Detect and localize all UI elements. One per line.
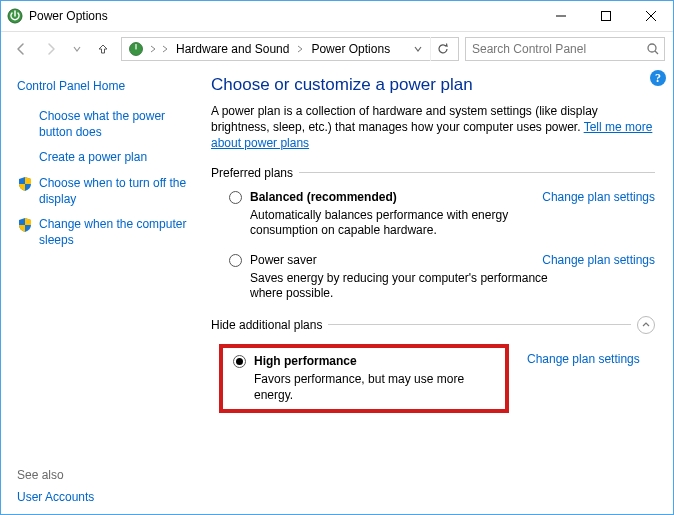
address-bar[interactable]: Hardware and Sound Power Options [121,37,459,61]
radio-power-saver[interactable] [229,254,242,267]
user-accounts-link[interactable]: User Accounts [17,490,199,504]
minimize-button[interactable] [538,1,583,31]
svg-rect-1 [601,12,610,21]
change-settings-link-high[interactable]: Change plan settings [527,352,640,366]
divider [328,324,631,325]
blank-icon [17,109,33,125]
collapse-icon[interactable] [637,316,655,334]
breadcrumb: Hardware and Sound Power Options [126,41,406,57]
sidebar-link-turn-off-display[interactable]: Choose when to turn off the display [17,176,199,207]
search-placeholder: Search Control Panel [472,42,646,56]
sidebar-link-create-plan[interactable]: Create a power plan [17,150,199,166]
sidebar-link-computer-sleeps[interactable]: Change when the computer sleeps [17,217,199,248]
page-title: Choose or customize a power plan [211,75,655,95]
navigation-bar: Hardware and Sound Power Options Search … [1,31,673,65]
preferred-plans-section: Preferred plans Balanced (recommended) C… [211,166,655,302]
svg-point-3 [648,44,656,52]
refresh-button[interactable] [430,37,454,61]
help-icon[interactable]: ? [649,69,667,87]
breadcrumb-root-icon[interactable] [126,41,146,57]
svg-text:?: ? [655,71,661,85]
plan-label[interactable]: Balanced (recommended) [250,190,397,204]
plan-description: Automatically balances performance with … [250,208,655,239]
radio-high-performance[interactable] [233,355,246,368]
titlebar: Power Options [1,1,673,31]
plan-description: Saves energy by reducing your computer's… [250,271,655,302]
close-button[interactable] [628,1,673,31]
change-settings-link-balanced[interactable]: Change plan settings [542,190,655,204]
window-controls [538,1,673,31]
search-input[interactable]: Search Control Panel [465,37,665,61]
window-title: Power Options [29,9,538,23]
breadcrumb-hardware[interactable]: Hardware and Sound [172,42,293,56]
control-panel-home-link[interactable]: Control Panel Home [17,79,199,93]
preferred-plans-header: Preferred plans [211,166,655,180]
address-dropdown-icon[interactable] [410,45,426,53]
up-button[interactable] [91,37,115,61]
main-panel: ? Choose or customize a power plan A pow… [211,65,673,514]
intro-text: A power plan is a collection of hardware… [211,103,655,152]
change-settings-link-saver[interactable]: Change plan settings [542,253,655,267]
sidebar: Control Panel Home Choose what the power… [1,65,211,514]
divider [299,172,655,173]
breadcrumb-power-options[interactable]: Power Options [307,42,394,56]
additional-plans-section: Hide additional plans High performance [211,316,655,413]
plan-description: Favors performance, but may use more ene… [254,372,499,403]
search-icon [646,42,660,56]
forward-button[interactable] [39,37,63,61]
see-also-label: See also [17,468,199,482]
shield-icon [17,217,33,233]
plan-label[interactable]: High performance [254,354,499,368]
app-icon [7,8,23,24]
breadcrumb-separator-icon [148,45,158,53]
breadcrumb-separator-icon [160,45,170,53]
sidebar-footer: See also User Accounts [17,468,199,504]
history-dropdown[interactable] [69,37,85,61]
plan-high-performance-row: High performance Favors performance, but… [211,344,655,413]
shield-icon [17,176,33,192]
blank-icon [17,150,33,166]
power-options-window: Power Options [0,0,674,515]
plan-balanced: Balanced (recommended) Change plan setti… [211,190,655,239]
highlighted-plan: High performance Favors performance, but… [219,344,509,413]
back-button[interactable] [9,37,33,61]
radio-balanced[interactable] [229,191,242,204]
content-area: Control Panel Home Choose what the power… [1,65,673,514]
additional-plans-header[interactable]: Hide additional plans [211,316,655,334]
breadcrumb-separator-icon [295,45,305,53]
plan-label[interactable]: Power saver [250,253,317,267]
sidebar-tasks: Choose what the power button does Create… [17,109,199,249]
maximize-button[interactable] [583,1,628,31]
sidebar-link-power-button[interactable]: Choose what the power button does [17,109,199,140]
plan-power-saver: Power saver Change plan settings Saves e… [211,253,655,302]
